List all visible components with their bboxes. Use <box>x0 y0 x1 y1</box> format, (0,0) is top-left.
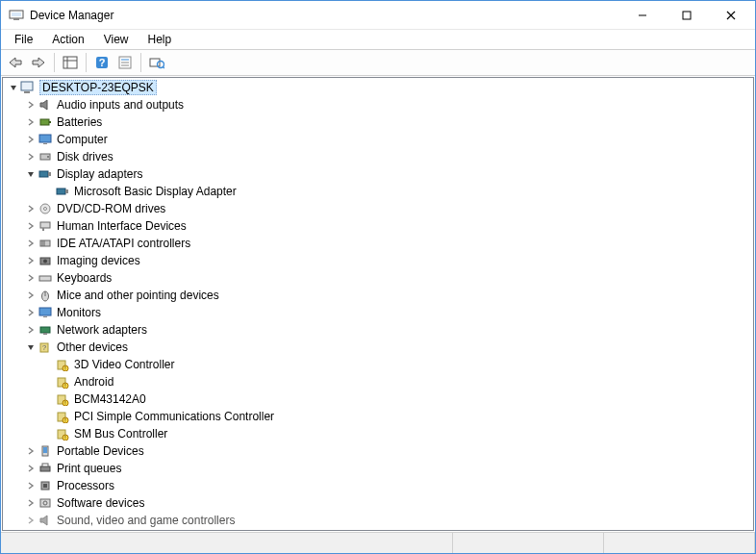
display-adapter-icon <box>38 166 53 182</box>
tree-device-3dvideo[interactable]: ! 3D Video Controller <box>3 356 753 373</box>
tree-category-mice[interactable]: Mice and other pointing devices <box>3 287 753 304</box>
svg-rect-66 <box>43 447 47 453</box>
tree-category-other[interactable]: ? Other devices <box>3 339 753 356</box>
statusbar <box>1 532 755 553</box>
svg-rect-28 <box>48 172 51 176</box>
chevron-right-icon[interactable] <box>24 150 38 164</box>
svg-rect-46 <box>40 327 50 333</box>
menu-view[interactable]: View <box>96 31 137 48</box>
chevron-right-icon[interactable] <box>24 306 38 319</box>
minimize-button[interactable] <box>620 2 665 29</box>
software-icon <box>38 495 53 511</box>
svg-text:?: ? <box>42 343 47 352</box>
tree-device-pci[interactable]: ! PCI Simple Communications Controller <box>3 408 753 425</box>
svg-rect-34 <box>42 228 44 231</box>
status-cell <box>453 533 604 553</box>
chevron-right-icon[interactable] <box>24 323 38 337</box>
tree-category-dvd[interactable]: DVD/CD-ROM drives <box>3 200 753 217</box>
chevron-right-icon[interactable] <box>24 496 38 510</box>
device-label: BCM43142A0 <box>74 392 146 406</box>
tree-category-keyboards[interactable]: Keyboards <box>3 269 753 287</box>
cpu-icon <box>38 478 53 493</box>
display-adapter-icon <box>55 184 70 199</box>
svg-rect-1 <box>12 13 21 16</box>
tree-category-computer[interactable]: Computer <box>3 131 753 148</box>
svg-rect-22 <box>49 121 51 123</box>
ide-icon <box>38 236 53 251</box>
chevron-right-icon[interactable] <box>24 254 38 267</box>
chevron-right-icon[interactable] <box>24 514 38 527</box>
svg-rect-33 <box>40 222 50 228</box>
tree-category-display[interactable]: Display adapters <box>3 165 753 183</box>
tree-category-sound[interactable]: Sound, video and game controllers <box>3 512 753 529</box>
tree-category-audio[interactable]: Audio inputs and outputs <box>3 96 753 113</box>
tree-category-print[interactable]: Print queues <box>3 460 753 477</box>
chevron-down-icon[interactable] <box>24 340 38 354</box>
device-label: Android <box>74 375 113 389</box>
camera-icon <box>38 253 53 268</box>
expander-empty <box>41 427 55 441</box>
forward-button[interactable] <box>28 52 49 73</box>
svg-rect-27 <box>39 171 48 177</box>
chevron-right-icon[interactable] <box>24 462 38 475</box>
chevron-right-icon[interactable] <box>24 444 38 458</box>
tree-device-basic-display[interactable]: Microsoft Basic Display Adapter <box>3 183 753 200</box>
scan-hardware-button[interactable] <box>146 52 167 73</box>
warning-device-icon: ! <box>55 374 70 390</box>
category-label: Monitors <box>57 306 101 319</box>
tree-category-hid[interactable]: Human Interface Devices <box>3 217 753 235</box>
chevron-down-icon[interactable] <box>7 81 20 94</box>
tree-category-imaging[interactable]: Imaging devices <box>3 252 753 269</box>
content-area: DESKTOP-23EQPSK Audio inputs and outputs… <box>2 77 754 531</box>
menu-action[interactable]: Action <box>44 31 91 48</box>
chevron-right-icon[interactable] <box>24 237 38 250</box>
tree-device-smbus[interactable]: ! SM Bus Controller <box>3 425 753 442</box>
chevron-right-icon[interactable] <box>24 271 38 285</box>
svg-rect-19 <box>21 82 33 90</box>
category-label: Sound, video and game controllers <box>57 514 235 527</box>
svg-rect-20 <box>24 91 30 93</box>
svg-rect-70 <box>43 484 47 488</box>
keyboard-icon <box>38 270 53 286</box>
tree-category-processors[interactable]: Processors <box>3 477 753 494</box>
chevron-right-icon[interactable] <box>24 219 38 233</box>
chevron-right-icon[interactable] <box>24 479 38 492</box>
help-button[interactable]: ? <box>91 52 113 73</box>
sound-icon <box>38 513 53 528</box>
maximize-button[interactable] <box>665 2 709 29</box>
tree-category-portable[interactable]: Portable Devices <box>3 442 753 460</box>
back-button[interactable] <box>5 52 26 73</box>
category-label: Print queues <box>57 462 121 475</box>
properties-button[interactable] <box>114 52 136 73</box>
chevron-right-icon[interactable] <box>24 289 38 302</box>
close-button[interactable] <box>709 2 753 29</box>
svg-rect-29 <box>57 189 65 194</box>
menu-help[interactable]: Help <box>140 31 180 48</box>
titlebar: Device Manager <box>1 1 755 30</box>
svg-point-39 <box>43 260 47 264</box>
tree-device-bcm[interactable]: ! BCM43142A0 <box>3 390 753 408</box>
svg-rect-21 <box>40 119 49 125</box>
tree-root[interactable]: DESKTOP-23EQPSK <box>3 79 753 96</box>
chevron-down-icon[interactable] <box>24 167 38 181</box>
svg-point-26 <box>47 156 49 158</box>
dvd-icon <box>38 201 53 216</box>
window-controls <box>620 2 753 29</box>
chevron-right-icon[interactable] <box>24 115 38 129</box>
menu-file[interactable]: File <box>7 31 40 48</box>
expander-empty <box>41 392 55 406</box>
chevron-right-icon[interactable] <box>24 98 38 112</box>
tree-category-monitors[interactable]: Monitors <box>3 304 753 321</box>
expander-empty <box>41 375 55 389</box>
device-label: PCI Simple Communications Controller <box>74 410 274 423</box>
show-hide-console-button[interactable] <box>60 52 81 73</box>
device-tree[interactable]: DESKTOP-23EQPSK Audio inputs and outputs… <box>3 78 753 530</box>
tree-category-software[interactable]: Software devices <box>3 494 753 512</box>
tree-category-ide[interactable]: IDE ATA/ATAPI controllers <box>3 235 753 252</box>
chevron-right-icon[interactable] <box>24 202 38 215</box>
chevron-right-icon[interactable] <box>24 133 38 146</box>
tree-category-network[interactable]: Network adapters <box>3 321 753 339</box>
tree-device-android[interactable]: ! Android <box>3 373 753 390</box>
tree-category-disk[interactable]: Disk drives <box>3 148 753 165</box>
tree-category-batteries[interactable]: Batteries <box>3 113 753 131</box>
